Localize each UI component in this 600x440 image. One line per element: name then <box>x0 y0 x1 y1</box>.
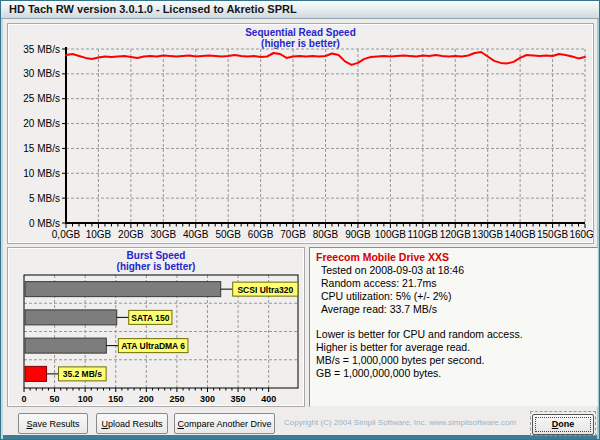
seq-x-tick-label: 40GB <box>183 229 209 240</box>
copyright-text: Copyright (C) 2004 Simpli Software, Inc.… <box>284 418 526 427</box>
drive-detail-line: Average read: 33.7 MB/s <box>316 303 591 316</box>
compare-another-drive-button[interactable]: Compare Another Drive <box>174 413 275 434</box>
seq-x-tick-label: 80GB <box>313 229 339 240</box>
drive-test-details: Tested on 2008-09-03 at 18:46Random acce… <box>316 264 591 316</box>
seq-x-tick-label: 100GB <box>375 229 406 240</box>
burst-bar-label: SATA 150 <box>131 313 169 323</box>
info-notes: Lower is better for CPU and random acces… <box>316 328 591 380</box>
burst-speed-chart: 050100150200250300350400SCSI Ultra320SAT… <box>8 248 304 406</box>
burst-bar <box>25 310 117 325</box>
burst-x-tick-label: 250 <box>169 394 184 404</box>
seq-y-tick-label: 25 MB/s <box>23 93 60 104</box>
window-title: HD Tach RW version 3.0.1.0 - Licensed to… <box>9 3 297 15</box>
seq-x-tick-label: 70GB <box>280 229 306 240</box>
burst-bar-label: ATA UltraDMA 6 <box>121 341 185 351</box>
burst-x-tick-label: 350 <box>231 394 246 404</box>
info-note-line: Lower is better for CPU and random acces… <box>316 328 591 341</box>
drive-info-panel: Freecom Mobile Drive XXS Tested on 2008-… <box>309 247 598 407</box>
burst-x-tick-label: 150 <box>108 394 123 404</box>
burst-x-tick-label: 200 <box>139 394 154 404</box>
burst-bar-label: SCSI Ultra320 <box>237 285 293 295</box>
done-button-focus-ring: Done <box>530 411 596 436</box>
app-window: HD Tach RW version 3.0.1.0 - Licensed to… <box>0 0 600 440</box>
seq-x-tick-label: 140GB <box>505 229 536 240</box>
seq-x-tick-label: 130GB <box>472 229 503 240</box>
done-label: Done <box>533 416 593 433</box>
seq-y-tick-label: 20 MB/s <box>23 118 60 129</box>
burst-x-tick-label: 50 <box>50 394 60 404</box>
seq-x-tick-label: 160GB <box>569 229 593 240</box>
burst-x-tick-label: 0 <box>21 394 26 404</box>
info-note-line: Higher is better for average read. <box>316 341 591 354</box>
seq-x-tick-label: 150GB <box>537 229 568 240</box>
drive-name: Freecom Mobile Drive XXS <box>316 251 591 264</box>
burst-bar <box>25 282 221 297</box>
burst-bar-label: 35.2 MB/s <box>63 369 102 379</box>
seq-x-tick-label: 10GB <box>86 229 112 240</box>
seq-x-tick-label: 120GB <box>440 229 471 240</box>
burst-speed-panel: Burst Speed (higher is better) 050100150… <box>7 247 305 407</box>
seq-y-tick-label: 30 MB/s <box>23 68 60 79</box>
save-results-button[interactable]: Save Results <box>18 413 88 434</box>
seq-x-tick-label: 90GB <box>345 229 371 240</box>
seq-y-tick-label: 35 MB/s <box>23 44 60 55</box>
seq-y-tick-label: 10 MB/s <box>23 168 60 179</box>
seq-x-tick-label: 30GB <box>151 229 177 240</box>
drive-detail-line: Random access: 21.7ms <box>316 277 591 290</box>
burst-x-tick-label: 400 <box>261 394 276 404</box>
seq-x-tick-label: 110GB <box>408 229 439 240</box>
compare-another-drive-label: Compare Another Drive <box>175 415 274 433</box>
seq-x-tick-label: 20GB <box>118 229 144 240</box>
titlebar[interactable]: HD Tach RW version 3.0.1.0 - Licensed to… <box>1 1 599 19</box>
sequential-read-panel: Sequential Read Speed (higher is better)… <box>7 23 594 244</box>
seq-y-tick-label: 0 MB/s <box>29 218 60 229</box>
seq-x-tick-label: 0,0GB <box>52 229 81 240</box>
upload-results-button[interactable]: Upload Results <box>96 413 168 434</box>
info-note-line: GB = 1,000,000,000 bytes. <box>316 367 591 380</box>
burst-x-tick-label: 300 <box>200 394 215 404</box>
burst-bar <box>25 366 47 381</box>
done-button[interactable]: Done <box>532 414 594 435</box>
drive-detail-line: Tested on 2008-09-03 at 18:46 <box>316 264 591 277</box>
upload-results-label: Upload Results <box>97 415 167 433</box>
seq-x-tick-label: 50GB <box>215 229 241 240</box>
client-area: Sequential Read Speed (higher is better)… <box>4 20 596 435</box>
seq-y-tick-label: 5 MB/s <box>29 193 60 204</box>
seq-x-tick-label: 60GB <box>248 229 274 240</box>
burst-bar <box>25 338 106 353</box>
save-results-label: Save Results <box>19 415 87 433</box>
read-speed-line <box>66 52 585 65</box>
burst-x-tick-label: 100 <box>78 394 93 404</box>
sequential-read-chart: 35 MB/s30 MB/s25 MB/s20 MB/s15 MB/s10 MB… <box>8 24 593 243</box>
drive-detail-line: CPU utilization: 5% (+/- 2%) <box>316 290 591 303</box>
seq-y-tick-label: 15 MB/s <box>23 143 60 154</box>
info-note-line: MB/s = 1,000,000 bytes per second. <box>316 354 591 367</box>
